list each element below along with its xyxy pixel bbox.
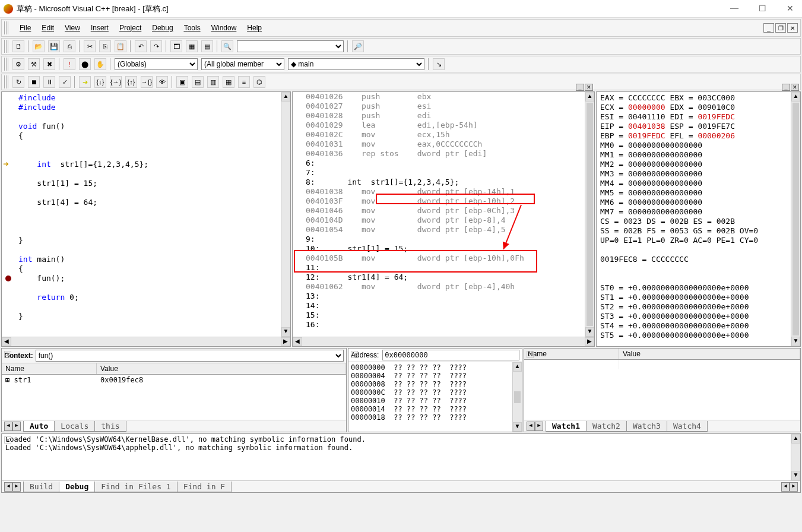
table-row[interactable] bbox=[524, 360, 800, 369]
pane-close-icon[interactable]: ✕ bbox=[4, 351, 11, 358]
vscrollbar[interactable]: ▲▼ bbox=[791, 92, 800, 346]
pane-minimize-icon[interactable]: _ bbox=[782, 84, 790, 91]
find-button[interactable]: 🔍 bbox=[221, 40, 233, 52]
menu-view[interactable]: View bbox=[62, 21, 83, 34]
registers-view[interactable]: EAX = CCCCCCCC EBX = 003CC000 ECX = 0000… bbox=[597, 92, 791, 341]
col-name[interactable]: Name bbox=[2, 363, 97, 374]
new-file-button[interactable]: 🗋 bbox=[12, 40, 24, 52]
source-code[interactable]: #include#include void fun(){ int str1[]=… bbox=[2, 92, 281, 322]
vscrollbar[interactable]: ▲▼ bbox=[585, 92, 594, 337]
hscrollbar[interactable]: ◀▶ bbox=[293, 337, 594, 346]
break-button[interactable]: ⏸ bbox=[43, 76, 55, 88]
tab-watch1[interactable]: Watch1 bbox=[546, 421, 587, 432]
tab-next-button[interactable]: ▶ bbox=[12, 422, 21, 431]
wizard-button[interactable]: ↘ bbox=[433, 58, 445, 70]
save-all-button[interactable]: ⎙ bbox=[64, 40, 75, 52]
tab-this[interactable]: this bbox=[94, 421, 126, 432]
pane-close-icon[interactable]: ✕ bbox=[791, 84, 799, 91]
scroll-right-button[interactable]: ▶ bbox=[790, 482, 798, 492]
tab-debug[interactable]: Debug bbox=[59, 482, 95, 492]
insert-breakpoint-button[interactable]: ⬤ bbox=[79, 58, 91, 70]
tab-next-button[interactable]: ▶ bbox=[535, 422, 543, 431]
pane-close-icon[interactable]: ✕ bbox=[585, 84, 593, 91]
copy-button[interactable]: ⎘ bbox=[99, 40, 111, 52]
tab-prev-button[interactable]: ◀ bbox=[4, 422, 12, 431]
go-button[interactable]: ! bbox=[64, 58, 75, 70]
watch-window-button[interactable]: ▣ bbox=[176, 76, 188, 88]
undo-button[interactable]: ↶ bbox=[135, 40, 147, 52]
pane-close-icon[interactable]: ✕ bbox=[351, 351, 358, 358]
menu-project[interactable]: Project bbox=[117, 21, 144, 34]
hand-button[interactable]: ✋ bbox=[94, 58, 106, 70]
menu-edit[interactable]: Edit bbox=[39, 21, 56, 34]
vscrollbar[interactable]: ▲▼ bbox=[791, 434, 800, 480]
menu-debug[interactable]: Debug bbox=[150, 21, 175, 34]
paste-button[interactable]: 📋 bbox=[115, 40, 126, 52]
mdi-close-button[interactable]: ✕ bbox=[787, 23, 798, 33]
vscrollbar[interactable]: ▲▼ bbox=[281, 92, 290, 337]
menu-file[interactable]: File bbox=[17, 21, 33, 34]
cut-button[interactable]: ✂ bbox=[84, 40, 96, 52]
tab-watch3[interactable]: Watch3 bbox=[626, 421, 667, 432]
mdi-minimize-button[interactable]: _ bbox=[763, 23, 774, 33]
tab-auto[interactable]: Auto bbox=[23, 421, 55, 432]
address-input[interactable] bbox=[382, 350, 519, 360]
show-next-stmt-button[interactable]: ➜ bbox=[79, 76, 91, 88]
build-button[interactable]: ⚒ bbox=[28, 58, 40, 70]
output-button[interactable]: ▦ bbox=[186, 40, 198, 52]
stop-debug-button[interactable]: ⏹ bbox=[28, 76, 40, 88]
open-file-button[interactable]: 📂 bbox=[33, 40, 45, 52]
quickwatch-button[interactable]: 👁 bbox=[156, 76, 168, 88]
function-combo[interactable]: ◆ main bbox=[288, 58, 424, 70]
vscrollbar[interactable]: ▲▼ bbox=[512, 362, 522, 432]
menu-insert[interactable]: Insert bbox=[88, 21, 111, 34]
step-into-button[interactable]: {↓} bbox=[94, 76, 106, 88]
col-value[interactable]: Value bbox=[97, 363, 346, 374]
output-text[interactable]: Loaded 'C:\Windows\SysWOW64\KernelBase.d… bbox=[2, 434, 791, 480]
restart-button[interactable]: ↻ bbox=[12, 76, 24, 88]
save-button[interactable]: 💾 bbox=[48, 40, 60, 52]
stop-build-button[interactable]: ✖ bbox=[43, 58, 55, 70]
tab-find-in-f[interactable]: Find in F bbox=[177, 482, 232, 492]
disasm-window-button[interactable]: ⌬ bbox=[253, 76, 265, 88]
menu-window[interactable]: Window bbox=[209, 21, 239, 34]
table-row[interactable]: ⊞ str1 0x0019fec8 bbox=[2, 375, 346, 385]
tab-find-in-files-1[interactable]: Find in Files 1 bbox=[94, 482, 177, 492]
scroll-left-button[interactable]: ◀ bbox=[781, 482, 790, 492]
apply-button[interactable]: ✓ bbox=[59, 76, 71, 88]
context-combo[interactable]: fun() bbox=[36, 350, 344, 362]
tab-locals[interactable]: Locals bbox=[54, 421, 95, 432]
hscrollbar[interactable]: ◀▶ bbox=[2, 337, 290, 346]
class-combo[interactable]: (Globals) bbox=[115, 58, 198, 70]
mdi-restore-button[interactable]: ❐ bbox=[775, 23, 786, 33]
memory-view[interactable]: 00000000 ?? ?? ?? ?? ???? 00000004 ?? ??… bbox=[348, 362, 512, 423]
menu-tools[interactable]: Tools bbox=[182, 21, 203, 34]
window-list-button[interactable]: ▤ bbox=[201, 40, 213, 52]
compile-button[interactable]: ⚙ bbox=[12, 58, 24, 70]
pane-minimize-icon[interactable]: _ bbox=[576, 84, 584, 91]
tab-watch4[interactable]: Watch4 bbox=[667, 421, 708, 432]
maximize-button[interactable]: ☐ bbox=[754, 1, 771, 16]
close-button[interactable]: ✕ bbox=[782, 1, 798, 16]
tab-prev-button[interactable]: ◀ bbox=[4, 482, 12, 492]
tab-build[interactable]: Build bbox=[23, 482, 59, 492]
minimize-button[interactable]: — bbox=[725, 1, 743, 16]
col-value[interactable]: Value bbox=[619, 349, 800, 359]
col-name[interactable]: Name bbox=[524, 349, 619, 359]
pane-close-icon[interactable]: ✕ bbox=[527, 351, 534, 358]
callstack-window-button[interactable]: ≡ bbox=[238, 76, 250, 88]
tab-watch2[interactable]: Watch2 bbox=[586, 421, 627, 432]
tab-next-button[interactable]: ▶ bbox=[12, 482, 21, 492]
tab-prev-button[interactable]: ◀ bbox=[527, 422, 535, 431]
workspace-button[interactable]: 🗔 bbox=[170, 40, 182, 52]
find-in-files-button[interactable]: 🔎 bbox=[352, 40, 364, 52]
find-combo[interactable] bbox=[237, 40, 344, 52]
members-combo[interactable]: (All global member bbox=[201, 58, 284, 70]
step-out-button[interactable]: {↑} bbox=[125, 76, 137, 88]
disassembly-view[interactable]: 00401026 push ebx00401027 push esi004010… bbox=[293, 92, 585, 330]
variables-window-button[interactable]: ▤ bbox=[192, 76, 204, 88]
redo-button[interactable]: ↷ bbox=[150, 40, 162, 52]
registers-window-button[interactable]: ▥ bbox=[207, 76, 219, 88]
memory-window-button[interactable]: ▦ bbox=[223, 76, 234, 88]
step-over-button[interactable]: {→} bbox=[110, 76, 122, 88]
